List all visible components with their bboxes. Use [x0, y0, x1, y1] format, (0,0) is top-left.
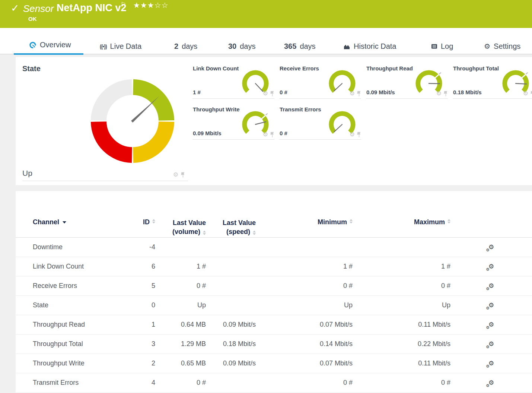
state-block-title: State — [22, 64, 41, 73]
gauge-transmit-errors: Transmit Errors 0 # ⚙ — [279, 104, 361, 140]
sort-arrows-icon — [152, 219, 155, 224]
sort-arrows-icon — [447, 219, 450, 224]
channel-settings-gears-icon[interactable]: ⚙⚙ — [488, 282, 494, 290]
channel-gear-icon[interactable]: ⚙ — [436, 91, 442, 96]
column-header-id[interactable]: ID — [137, 218, 155, 226]
channel-name[interactable]: Link Down Count — [33, 263, 137, 270]
table-row[interactable]: Downtime -4 ⚙⚙ — [16, 238, 532, 257]
tab-historic-data[interactable]: Historic Data — [343, 42, 396, 55]
column-header-last-value-speed[interactable]: Last Value (speed) — [206, 218, 256, 236]
table-row[interactable]: Link Down Count 6 1 # 1 # 1 # ⚙⚙ — [16, 257, 532, 276]
channel-settings-gears-icon[interactable]: ⚙⚙ — [488, 340, 494, 348]
channel-settings-gears-icon[interactable]: ⚙⚙ — [488, 301, 494, 309]
channel-gear-icon[interactable]: ⚙ — [523, 91, 528, 96]
sort-arrows-icon — [203, 231, 206, 235]
gauge-throughput-total: Throughput Total 0.18 Mbit/s ⚙ — [453, 63, 532, 99]
channel-gear-icon[interactable]: ⚙ — [263, 91, 268, 96]
column-header-maximum[interactable]: Maximum — [353, 218, 450, 226]
maximum-value: 0.22 Mbit/s — [353, 340, 450, 348]
channel-gear-icon[interactable]: ⚙ — [350, 91, 355, 96]
channel-name[interactable]: Downtime — [33, 243, 137, 251]
table-row[interactable]: Throughput Write 2 0.65 MB 0.09 Mbit/s 0… — [16, 354, 532, 373]
sensor-title: NetApp NIC v2 — [57, 2, 127, 14]
gauge-value: 0 # — [280, 89, 287, 95]
channel-id: 4 — [137, 379, 155, 387]
table-row[interactable]: Throughput Total 3 1.29 MB 0.18 Mbit/s 0… — [16, 335, 532, 354]
minimum-value: 0.14 Mbit/s — [256, 340, 353, 348]
channel-id: 2 — [137, 359, 155, 367]
channel-gear-icon[interactable]: ⚙ — [263, 131, 268, 137]
channel-settings-gears-icon[interactable]: ⚙⚙ — [488, 263, 494, 270]
maximum-value: 0 # — [353, 282, 450, 290]
priority-stars[interactable]: ★★★☆☆ — [133, 1, 169, 10]
channel-name[interactable]: Receive Errors — [33, 282, 137, 290]
gauge-throughput-read: Throughput Read 0.09 Mbit/s ⚙ — [366, 63, 448, 99]
tab-log[interactable]: Log — [431, 42, 453, 55]
broadcast-icon: ((•)) — [100, 44, 107, 50]
table-row[interactable]: State 0 Up Up Up ⚙⚙ — [16, 296, 532, 315]
last-value-volume: 0 # — [155, 282, 206, 290]
last-value-volume: 1.29 MB — [155, 340, 206, 348]
last-value-volume: 0.65 MB — [155, 359, 206, 367]
column-header-minimum[interactable]: Minimum — [256, 218, 353, 226]
channel-name[interactable]: Throughput Write — [33, 359, 137, 367]
tab-30-days[interactable]: 30 days — [228, 42, 256, 55]
last-value-speed: 0.18 Mbit/s — [206, 340, 256, 348]
tab-bar: Overview ((•)) Live Data 2 days 30 days … — [0, 28, 532, 55]
tab-label: Overview — [40, 41, 71, 49]
gauge-link-down-count: Link Down Count 1 # ⚙ — [192, 63, 274, 99]
pin-icon[interactable] — [444, 91, 448, 96]
sensor-header: ✓ Sensor NetApp NIC v2 ⚐ ★★★☆☆ OK — [0, 0, 532, 28]
gauge-receive-errors: Receive Errors 0 # ⚙ — [279, 63, 361, 99]
maximum-value: 1 # — [353, 263, 450, 270]
channel-name[interactable]: Transmit Errors — [33, 379, 137, 387]
channel-gear-icon[interactable]: ⚙ — [350, 131, 355, 137]
last-value-volume: Up — [155, 301, 206, 309]
channel-settings-gears-icon[interactable]: ⚙⚙ — [488, 321, 494, 329]
flag-icon[interactable]: ⚐ — [121, 1, 126, 9]
channel-gear-icon[interactable]: ⚙ — [173, 172, 178, 178]
sensor-category-label: Sensor — [23, 3, 54, 15]
channel-name[interactable]: Throughput Read — [33, 321, 137, 329]
table-row[interactable]: Throughput Read 1 0.64 MB 0.09 Mbit/s 0.… — [16, 315, 532, 335]
minimum-value: Up — [256, 301, 353, 309]
pin-icon[interactable] — [357, 132, 361, 137]
channel-settings-gears-icon[interactable]: ⚙⚙ — [488, 359, 494, 367]
channel-name[interactable]: Throughput Total — [33, 340, 137, 348]
gauge-throughput-write: Throughput Write 0.09 Mbit/s ⚙ — [192, 104, 274, 140]
maximum-value: 0.11 Mbit/s — [353, 359, 450, 367]
mini-gauge-grid: Link Down Count 1 # ⚙ Receive Errors 0 #… — [192, 63, 532, 140]
tab-365-days[interactable]: 365 days — [284, 42, 316, 55]
pin-icon[interactable] — [357, 91, 361, 96]
gauge-value: 0.09 Mbit/s — [366, 89, 395, 95]
pin-icon[interactable] — [270, 91, 274, 96]
log-list-icon — [431, 44, 437, 49]
last-value-volume: 0 # — [155, 379, 206, 387]
tab-2-days[interactable]: 2 days — [174, 42, 197, 55]
tab-live-data[interactable]: ((•)) Live Data — [100, 42, 141, 55]
channel-name[interactable]: State — [33, 301, 137, 309]
gauge-value: 0.18 Mbit/s — [453, 89, 482, 95]
table-row[interactable]: Transmit Errors 4 0 # 0 # 0 # ⚙⚙ — [16, 373, 532, 393]
overview-gauges-panel: State Up ⚙ Link Down Count — [16, 57, 532, 185]
pin-icon[interactable] — [181, 172, 185, 178]
pin-icon[interactable] — [531, 91, 532, 96]
channel-settings-gears-icon[interactable]: ⚙⚙ — [488, 243, 494, 251]
tab-settings[interactable]: ⚙ Settings — [484, 42, 520, 55]
minimum-value: 1 # — [256, 263, 353, 270]
channel-id: 0 — [137, 301, 155, 309]
table-row[interactable]: Receive Errors 5 0 # 0 # 0 # ⚙⚙ — [16, 276, 532, 296]
maximum-value: 0 # — [353, 379, 450, 387]
last-value-volume: 0.64 MB — [155, 321, 206, 329]
column-header-channel[interactable]: Channel — [33, 218, 137, 226]
tab-overview[interactable]: Overview — [14, 41, 83, 55]
prtg-sensor-page: ✓ Sensor NetApp NIC v2 ⚐ ★★★☆☆ OK Overvi… — [0, 0, 532, 393]
channel-table-header: Channel ID Last Value (volume) Last Valu… — [16, 191, 532, 238]
tab-label: Settings — [494, 42, 520, 51]
pin-icon[interactable] — [270, 132, 274, 137]
channel-id: 3 — [137, 340, 155, 348]
channel-id: 1 — [137, 321, 155, 329]
column-header-last-value-volume[interactable]: Last Value (volume) — [155, 218, 206, 236]
state-gauge-dial — [87, 76, 178, 167]
channel-settings-gears-icon[interactable]: ⚙⚙ — [488, 379, 494, 387]
